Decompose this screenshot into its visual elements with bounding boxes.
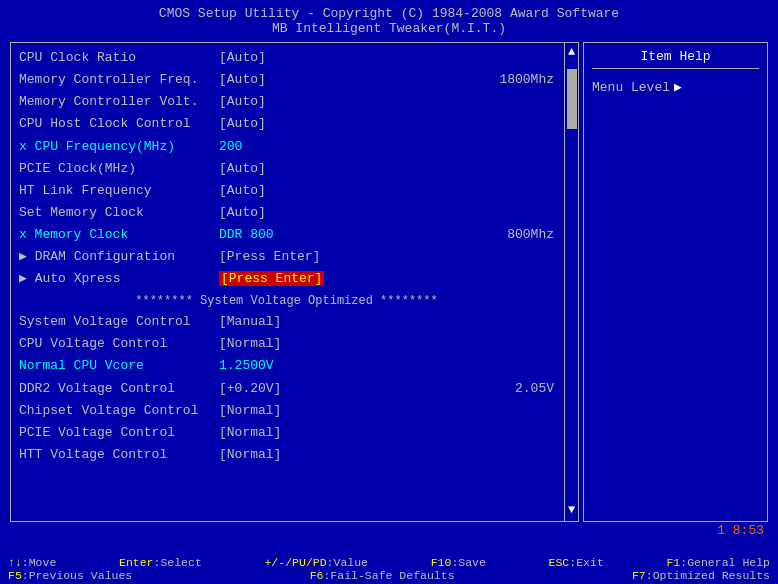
footer-key: Enter	[119, 556, 154, 569]
footer-desc: :Optimized Results	[646, 569, 770, 582]
scrollbar[interactable]: ▲ ▼	[564, 43, 578, 521]
row-value-cpu-host-clock-control: [Auto]	[219, 114, 554, 134]
row-label-cpu-clock-ratio: CPU Clock Ratio	[19, 48, 219, 68]
row-value-ddr2-voltage-control: [+0.20V]	[219, 379, 511, 399]
main-area: CPU Clock Ratio[Auto]Memory Controller F…	[10, 42, 768, 522]
menu-row-pcie-clock[interactable]: PCIE Clock(MHz)[Auto]	[11, 158, 562, 180]
row-value-set-memory-clock: [Auto]	[219, 203, 554, 223]
footer-row2: F5:Previous ValuesF6:Fail-Safe DefaultsF…	[8, 569, 770, 582]
menu-row-chipset-voltage-control[interactable]: Chipset Voltage Control[Normal]	[11, 400, 562, 422]
row-value-cpu-voltage-control: [Normal]	[219, 334, 554, 354]
row-label-ht-link-frequency: HT Link Frequency	[19, 181, 219, 201]
menu-row-system-voltage-control[interactable]: System Voltage Control[Manual]	[11, 311, 562, 333]
row-extra-memory-controller-freq: 1800Mhz	[499, 70, 554, 90]
right-panel: Item Help Menu Level ▶	[583, 42, 768, 522]
footer-item: F7:Optimized Results	[632, 569, 770, 582]
row-value-memory-controller-volt: [Auto]	[219, 92, 554, 112]
footer-key: F1	[666, 556, 680, 569]
footer-desc: :Previous Values	[22, 569, 132, 582]
item-help-title: Item Help	[592, 49, 759, 69]
row-value-pcie-clock: [Auto]	[219, 159, 554, 179]
footer-desc: :General Help	[680, 556, 770, 569]
scroll-down-arrow[interactable]: ▼	[568, 503, 575, 517]
menu-row-pcie-voltage-control[interactable]: PCIE Voltage Control[Normal]	[11, 422, 562, 444]
menu-row-cpu-frequency[interactable]: x CPU Frequency(MHz)200	[11, 136, 562, 158]
menu-row-dram-configuration[interactable]: ▶ DRAM Configuration[Press Enter]	[11, 246, 562, 268]
menu-row-set-memory-clock[interactable]: Set Memory Clock[Auto]	[11, 202, 562, 224]
row-label-htt-voltage-control: HTT Voltage Control	[19, 445, 219, 465]
row-value-memory-clock: DDR 800	[219, 225, 503, 245]
row-value-ht-link-frequency: [Auto]	[219, 181, 554, 201]
header-line2: MB Intelligent Tweaker(M.I.T.)	[0, 21, 778, 36]
left-panel: CPU Clock Ratio[Auto]Memory Controller F…	[10, 42, 579, 522]
menu-row-cpu-voltage-control[interactable]: CPU Voltage Control[Normal]	[11, 333, 562, 355]
footer-item: ↑↓:Move	[8, 556, 56, 569]
menu-rows: CPU Clock Ratio[Auto]Memory Controller F…	[11, 47, 578, 466]
row-label-auto-xpress: ▶ Auto Xpress	[19, 269, 219, 289]
row-label-pcie-clock: PCIE Clock(MHz)	[19, 159, 219, 179]
footer-desc: :Value	[327, 556, 368, 569]
menu-row-auto-xpress[interactable]: ▶ Auto Xpress[Press Enter]	[11, 268, 562, 290]
row-value-memory-controller-freq: [Auto]	[219, 70, 495, 90]
footer-key: F6	[310, 569, 324, 582]
footer-key: ↑↓	[8, 556, 22, 569]
footer-key: F10	[431, 556, 452, 569]
footer: ↑↓:MoveEnter:Select+/-/PU/PD:ValueF10:Sa…	[0, 554, 778, 584]
row-value-htt-voltage-control: [Normal]	[219, 445, 554, 465]
footer-item: Enter:Select	[119, 556, 202, 569]
scroll-thumb[interactable]	[567, 69, 577, 129]
menu-row-ht-link-frequency[interactable]: HT Link Frequency[Auto]	[11, 180, 562, 202]
row-label-chipset-voltage-control: Chipset Voltage Control	[19, 401, 219, 421]
menu-level-arrow: ▶	[674, 79, 682, 95]
row-extra-memory-clock: 800Mhz	[507, 225, 554, 245]
menu-row-memory-controller-volt[interactable]: Memory Controller Volt.[Auto]	[11, 91, 562, 113]
footer-key: F7	[632, 569, 646, 582]
menu-level: Menu Level ▶	[592, 79, 759, 95]
footer-desc: :Move	[22, 556, 57, 569]
footer-item: +/-/PU/PD:Value	[264, 556, 368, 569]
row-value-cpu-frequency: 200	[219, 137, 554, 157]
footer-desc: :Select	[154, 556, 202, 569]
row-value-normal-cpu-vcore: 1.2500V	[219, 356, 554, 376]
row-label-memory-clock: x Memory Clock	[19, 225, 219, 245]
footer-key: F5	[8, 569, 22, 582]
row-label-set-memory-clock: Set Memory Clock	[19, 203, 219, 223]
row-value-cpu-clock-ratio: [Auto]	[219, 48, 554, 68]
row-value-system-voltage-control: [Manual]	[219, 312, 554, 332]
row-label-dram-configuration: ▶ DRAM Configuration	[19, 247, 219, 267]
row-label-cpu-voltage-control: CPU Voltage Control	[19, 334, 219, 354]
scroll-up-arrow[interactable]: ▲	[568, 45, 575, 59]
menu-row-htt-voltage-control[interactable]: HTT Voltage Control[Normal]	[11, 444, 562, 466]
row-label-pcie-voltage-control: PCIE Voltage Control	[19, 423, 219, 443]
menu-row-system-voltage-stars[interactable]: ******** System Voltage Optimized ******…	[11, 291, 562, 312]
footer-key: ESC	[549, 556, 570, 569]
menu-row-ddr2-voltage-control[interactable]: DDR2 Voltage Control[+0.20V]2.05V	[11, 378, 562, 400]
row-value-auto-xpress: [Press Enter]	[219, 269, 554, 289]
footer-item: F5:Previous Values	[8, 569, 132, 582]
menu-row-cpu-host-clock-control[interactable]: CPU Host Clock Control[Auto]	[11, 113, 562, 135]
menu-level-label: Menu Level	[592, 80, 670, 95]
header: CMOS Setup Utility - Copyright (C) 1984-…	[0, 0, 778, 40]
row-value-pcie-voltage-control: [Normal]	[219, 423, 554, 443]
footer-desc: :Save	[451, 556, 486, 569]
row-label-memory-controller-volt: Memory Controller Volt.	[19, 92, 219, 112]
footer-desc: :Exit	[569, 556, 604, 569]
footer-item: F1:General Help	[666, 556, 770, 569]
menu-row-memory-clock[interactable]: x Memory ClockDDR 800800Mhz	[11, 224, 562, 246]
menu-row-cpu-clock-ratio[interactable]: CPU Clock Ratio[Auto]	[11, 47, 562, 69]
footer-key: +/-/PU/PD	[264, 556, 326, 569]
footer-item: F6:Fail-Safe Defaults	[310, 569, 455, 582]
header-line1: CMOS Setup Utility - Copyright (C) 1984-…	[0, 6, 778, 21]
bios-screen: CMOS Setup Utility - Copyright (C) 1984-…	[0, 0, 778, 584]
footer-item: F10:Save	[431, 556, 486, 569]
footer-row1: ↑↓:MoveEnter:Select+/-/PU/PD:ValueF10:Sa…	[8, 556, 770, 569]
row-label-cpu-frequency: x CPU Frequency(MHz)	[19, 137, 219, 157]
row-label-cpu-host-clock-control: CPU Host Clock Control	[19, 114, 219, 134]
menu-row-memory-controller-freq[interactable]: Memory Controller Freq.[Auto]1800Mhz	[11, 69, 562, 91]
menu-row-normal-cpu-vcore[interactable]: Normal CPU Vcore1.2500V	[11, 355, 562, 377]
row-value-chipset-voltage-control: [Normal]	[219, 401, 554, 421]
row-label-ddr2-voltage-control: DDR2 Voltage Control	[19, 379, 219, 399]
row-label-system-voltage-control: System Voltage Control	[19, 312, 219, 332]
footer-item: ESC:Exit	[549, 556, 604, 569]
row-label-normal-cpu-vcore: Normal CPU Vcore	[19, 356, 219, 376]
